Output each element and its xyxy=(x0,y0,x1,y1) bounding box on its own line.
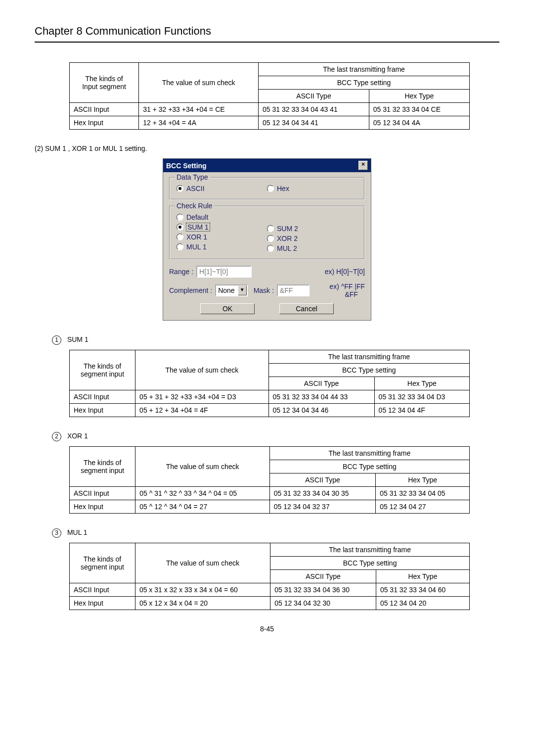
radio-dot-icon xyxy=(267,245,274,252)
range-example: ex) H[0]~T[0] xyxy=(325,268,365,276)
radio-hex[interactable]: Hex xyxy=(267,185,357,192)
dialog-titlebar: BCC Setting × xyxy=(163,159,371,172)
table-row: Hex Input 12 + 34 +04 = 4A 05 12 34 04 3… xyxy=(70,116,470,130)
circled-number-icon: 1 xyxy=(52,335,61,345)
col-bcc-type: BCC Type setting xyxy=(259,76,470,90)
circled-number-icon: 2 xyxy=(52,432,61,441)
table-sum1: The kinds of segment input The value of … xyxy=(69,350,470,417)
mask-input[interactable]: &FF xyxy=(277,284,310,296)
col-ascii-type: ASCII Type xyxy=(268,377,374,390)
col-ascii-type: ASCII Type xyxy=(270,570,376,583)
heading-xor1-text: XOR 1 xyxy=(67,432,88,440)
chevron-down-icon: ▼ xyxy=(238,285,247,295)
radio-dot-icon xyxy=(267,235,274,242)
table-row: ASCII Input 05 + 31 + 32 +33 +34 +04 = D… xyxy=(70,390,470,404)
table-mul1: The kinds of segment input The value of … xyxy=(69,543,470,610)
cancel-button[interactable]: Cancel xyxy=(279,303,334,314)
radio-mul1-label: MUL 1 xyxy=(186,243,207,251)
col-bcc-type: BCC Type setting xyxy=(270,557,470,570)
group-data-type: Data Type ASCII Hex xyxy=(169,177,365,200)
col-last-frame: The last transmitting frame xyxy=(268,350,470,364)
range-label: Range : xyxy=(169,268,193,276)
complement-select[interactable]: None ▼ xyxy=(215,284,247,296)
chapter-title: Chapter 8 Communication Functions xyxy=(35,25,499,38)
col-hex-type: Hex Type xyxy=(376,473,470,487)
radio-sum1-label: SUM 1 xyxy=(186,223,210,231)
heading-mul1: 3 MUL 1 xyxy=(52,528,499,538)
heading-mul1-text: MUL 1 xyxy=(67,528,88,536)
col-hex-type: Hex Type xyxy=(369,90,469,103)
radio-default-label: Default xyxy=(186,213,208,221)
radio-dot-icon xyxy=(177,234,183,240)
radio-dot-icon xyxy=(177,243,183,250)
radio-dot-icon xyxy=(267,185,274,192)
table-row: ASCII Input 05 ^ 31 ^ 32 ^ 33 ^ 34 ^ 04 … xyxy=(70,487,470,500)
mask-example: ex) ^FF |FF &FF xyxy=(329,283,365,298)
col-last-frame: The last transmitting frame xyxy=(270,543,470,557)
page-number: 8-45 xyxy=(35,625,499,633)
table-row: Hex Input 05 + 12 + 34 +04 = 4F 05 12 34… xyxy=(70,404,470,417)
radio-xor1[interactable]: XOR 1 xyxy=(177,233,267,241)
table-xor1: The kinds of segment input The value of … xyxy=(69,446,470,514)
radio-sum2-label: SUM 2 xyxy=(277,225,298,233)
group-data-type-legend: Data Type xyxy=(175,173,210,181)
col-bcc-type: BCC Type setting xyxy=(268,364,470,377)
radio-dot-icon xyxy=(177,185,183,192)
radio-ascii[interactable]: ASCII xyxy=(177,185,267,192)
radio-xor2[interactable]: XOR 2 xyxy=(267,235,357,242)
heading-sum1: 1 SUM 1 xyxy=(52,335,499,345)
heading-xor1: 2 XOR 1 xyxy=(52,432,499,441)
radio-sum1[interactable]: SUM 1 xyxy=(177,223,267,231)
mask-label: Mask : xyxy=(254,286,274,294)
radio-mul1[interactable]: MUL 1 xyxy=(177,243,267,251)
col-ascii-type: ASCII Type xyxy=(259,90,369,103)
radio-dot-icon xyxy=(267,225,274,232)
radio-dot-icon xyxy=(177,224,183,231)
complement-row: Complement : None ▼ Mask : &FF ex) ^FF |… xyxy=(169,283,365,298)
dialog-title-text: BCC Setting xyxy=(166,162,207,170)
radio-sum2[interactable]: SUM 2 xyxy=(267,225,357,233)
col-last-frame: The last transmitting frame xyxy=(269,447,469,460)
col-sumcheck: The value of sum check xyxy=(135,350,268,390)
col-kinds: The kinds of Input segment xyxy=(70,63,139,103)
table-input-segment: The kinds of Input segment The value of … xyxy=(69,62,470,130)
complement-value: None xyxy=(218,286,234,294)
radio-xor1-label: XOR 1 xyxy=(186,233,207,241)
radio-ascii-label: ASCII xyxy=(186,185,205,192)
col-hex-type: Hex Type xyxy=(374,377,469,390)
col-bcc-type: BCC Type setting xyxy=(269,460,469,473)
group-check-rule-legend: Check Rule xyxy=(175,202,214,210)
col-hex-type: Hex Type xyxy=(376,570,469,583)
group-check-rule: Check Rule Default SUM 1 XOR xyxy=(169,206,365,260)
ok-button[interactable]: OK xyxy=(200,303,255,314)
table-row: Hex Input 05 x 12 x 34 x 04 = 20 05 12 3… xyxy=(70,597,470,610)
radio-mul2[interactable]: MUL 2 xyxy=(267,244,357,252)
col-kinds: The kinds of segment input xyxy=(70,447,135,487)
circled-number-icon: 3 xyxy=(52,528,61,538)
col-kinds: The kinds of segment input xyxy=(70,350,135,390)
radio-xor2-label: XOR 2 xyxy=(277,235,298,242)
header-rule xyxy=(35,42,499,43)
complement-label: Complement : xyxy=(169,286,212,294)
col-kinds: The kinds of segment input xyxy=(70,543,135,583)
heading-sum1-text: SUM 1 xyxy=(67,335,89,343)
col-sumcheck: The value of sum check xyxy=(135,543,270,583)
col-sumcheck: The value of sum check xyxy=(135,447,269,487)
col-last-frame: The last transmitting frame xyxy=(259,63,470,76)
radio-hex-label: Hex xyxy=(277,185,289,192)
col-ascii-type: ASCII Type xyxy=(269,473,375,487)
col-sumcheck: The value of sum check xyxy=(139,63,259,103)
range-row: Range : H[1]~T[0] ex) H[0]~T[0] xyxy=(169,266,365,278)
radio-mul2-label: MUL 2 xyxy=(277,244,297,252)
radio-dot-icon xyxy=(177,214,183,221)
close-icon[interactable]: × xyxy=(358,161,368,170)
caption-sum-xor-mul: (2) SUM 1 , XOR 1 or MUL 1 setting. xyxy=(35,144,499,152)
table-row: Hex Input 05 ^ 12 ^ 34 ^ 04 = 27 05 12 3… xyxy=(70,500,470,514)
table-row: ASCII Input 05 x 31 x 32 x 33 x 34 x 04 … xyxy=(70,583,470,597)
radio-default[interactable]: Default xyxy=(177,213,267,221)
range-input[interactable]: H[1]~T[0] xyxy=(196,266,252,278)
table-row: ASCII Input 31 + 32 +33 +34 +04 = CE 05 … xyxy=(70,103,470,116)
bcc-setting-dialog: BCC Setting × Data Type ASCII xyxy=(163,158,371,321)
